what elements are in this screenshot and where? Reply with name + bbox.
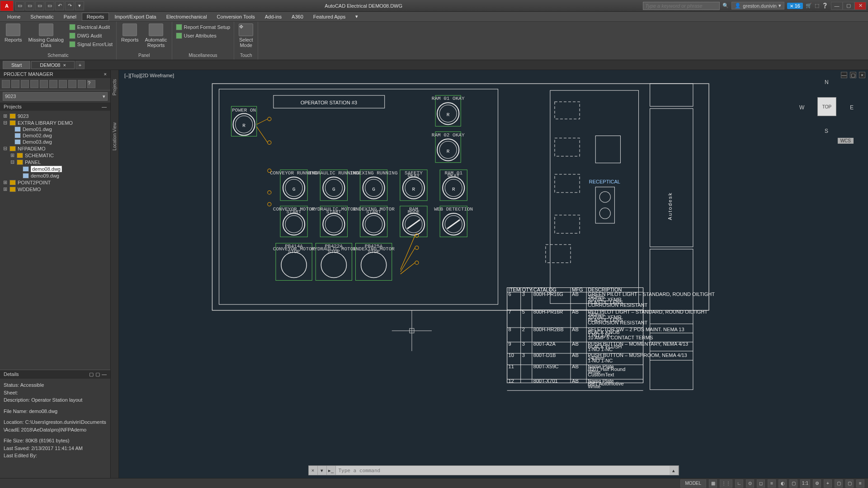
ortho-icon[interactable]: ∟ xyxy=(735,479,743,488)
tree-node[interactable]: ⊟NFPADEMO xyxy=(2,145,108,152)
ui-icon[interactable]: ▢ xyxy=(835,479,843,488)
tree-node[interactable]: Demo03.dwg xyxy=(2,139,108,145)
menu-schematic[interactable]: Schematic xyxy=(26,13,58,20)
tree-node[interactable]: demo09.dwg xyxy=(2,173,108,179)
viewcube[interactable]: N S W E TOP WCS xyxy=(799,79,854,142)
plus-icon[interactable]: + xyxy=(824,479,832,488)
cycling-icon[interactable]: ▢ xyxy=(789,479,797,488)
collapse-icon[interactable]: — xyxy=(102,104,107,109)
select-mode-button[interactable]: ✥Select Mode xyxy=(237,23,255,49)
cmd-close-icon[interactable]: × xyxy=(309,466,318,475)
projects-head: Projects xyxy=(4,104,22,109)
command-line[interactable]: × ▾ ▸_ ▴ xyxy=(308,465,679,475)
missing-catalog-button[interactable]: Missing Catalog Data xyxy=(27,23,66,49)
pm-tool[interactable] xyxy=(59,80,67,88)
grid-icon[interactable]: ▦ xyxy=(709,479,717,488)
search-icon[interactable]: 🔍 xyxy=(722,3,729,9)
pm-tool[interactable] xyxy=(30,80,38,88)
menu-conversiontools[interactable]: Conversion Tools xyxy=(212,13,259,20)
apps-icon[interactable]: ⬚ xyxy=(815,3,819,9)
menu-a[interactable]: A360 xyxy=(287,13,308,20)
dwg-audit-button[interactable]: DWG Audit xyxy=(68,32,113,39)
svg-text:CORROSION RESISTANT: CORROSION RESISTANT xyxy=(588,302,647,308)
gear-icon[interactable]: ⚙ xyxy=(813,479,821,488)
pm-tool[interactable] xyxy=(40,80,48,88)
collapse-icon[interactable]: — xyxy=(102,371,107,377)
pm-tool[interactable] xyxy=(21,80,29,88)
tree-node[interactable]: Demo01.dwg xyxy=(2,126,108,132)
menu-home[interactable]: Home xyxy=(3,13,25,20)
clean-icon[interactable]: ▢ xyxy=(845,479,854,488)
infocenter-search[interactable] xyxy=(643,2,720,10)
maximize-button[interactable]: ▢ xyxy=(843,2,854,10)
pm-project-selector[interactable]: 9023▾ xyxy=(3,92,108,101)
pm-close-icon[interactable]: × xyxy=(104,71,107,77)
tree-node[interactable]: ⊞POINT2POINT xyxy=(2,179,108,186)
transparency-icon[interactable]: ◐ xyxy=(778,479,787,488)
schematic-reports-button[interactable]: Reports xyxy=(3,23,24,43)
help-icon[interactable]: ❔ xyxy=(822,3,828,9)
menu-importexportdata[interactable]: Import/Export Data xyxy=(110,13,160,20)
menu-addins[interactable]: Add-ins xyxy=(260,13,286,20)
tree-node[interactable]: Demo02.dwg xyxy=(2,132,108,139)
svg-point-51 xyxy=(285,216,302,233)
qat-redo[interactable]: ↷ xyxy=(65,1,74,10)
scale-label[interactable]: 1:1 xyxy=(800,479,810,488)
qat-more[interactable]: ▾ xyxy=(75,1,84,10)
close-button[interactable]: ✕ xyxy=(854,2,866,10)
lineweight-icon[interactable]: ≡ xyxy=(768,479,776,488)
new-tab-button[interactable]: + xyxy=(75,61,85,69)
tree-node[interactable]: ⊞SCHEMATIC xyxy=(2,152,108,159)
qat-new[interactable]: ▭ xyxy=(15,1,24,10)
automatic-reports-button[interactable]: Automatic Reports xyxy=(143,23,169,49)
cart-icon[interactable]: 🛒 xyxy=(806,3,812,9)
qat-save[interactable]: ▭ xyxy=(35,1,44,10)
tree-node[interactable]: ⊞9023 xyxy=(2,113,108,119)
qat-undo[interactable]: ↶ xyxy=(55,1,64,10)
app-logo[interactable]: A xyxy=(0,0,14,11)
tab-start[interactable]: Start xyxy=(3,61,30,69)
minimize-button[interactable]: — xyxy=(831,2,843,10)
details-icon[interactable]: ▢ xyxy=(95,371,100,377)
details-icon[interactable]: ▢ xyxy=(89,371,94,377)
side-tab-location[interactable]: Location View xyxy=(112,122,117,150)
osnap-icon[interactable]: ◻ xyxy=(757,479,765,488)
user-attributes-button[interactable]: User Attributes xyxy=(175,32,231,39)
drawing-canvas[interactable]: OPERATOR STATION #3 POWER ON R RAM 01 OK… xyxy=(119,70,868,478)
polar-icon[interactable]: ⊙ xyxy=(746,479,754,488)
svg-text:1-NO 1-NC: 1-NO 1-NC xyxy=(588,358,613,363)
pm-tool[interactable] xyxy=(11,80,19,88)
signin-menu[interactable]: 👤greston.dunivin▾ xyxy=(731,2,784,9)
pm-tool[interactable] xyxy=(49,80,57,88)
menu-panel[interactable]: Panel xyxy=(59,13,81,20)
menu-featuredapps[interactable]: Featured Apps xyxy=(309,13,350,20)
cmd-expand-icon[interactable]: ▴ xyxy=(670,466,679,475)
electrical-audit-button[interactable]: Electrical Audit xyxy=(68,23,113,31)
pm-help-icon[interactable]: ? xyxy=(87,80,95,88)
model-tab[interactable]: MODEL xyxy=(680,479,707,488)
tree-node[interactable]: ⊟PANEL xyxy=(2,159,108,165)
pm-tool[interactable] xyxy=(78,80,86,88)
report-format-button[interactable]: Report Format Setup xyxy=(175,23,231,31)
qat-open[interactable]: ▭ xyxy=(25,1,34,10)
pm-tool[interactable] xyxy=(2,80,10,88)
tree-node[interactable]: ⊟EXTRA LIBRARY DEMO xyxy=(2,119,108,126)
customize-icon[interactable]: ≡ xyxy=(856,479,864,488)
close-tab-icon[interactable]: × xyxy=(63,62,66,68)
cmd-recent-icon[interactable]: ▾ xyxy=(318,466,327,475)
menu-overflow[interactable]: ▾ xyxy=(351,13,363,20)
snap-icon[interactable]: ⋮⋮ xyxy=(720,479,732,488)
tree-node-active[interactable]: demo08.dwg xyxy=(2,165,108,173)
qat-plot[interactable]: ▭ xyxy=(45,1,54,10)
menu-reports[interactable]: Reports xyxy=(82,13,109,21)
pm-tool[interactable] xyxy=(68,80,76,88)
tab-demo08[interactable]: DEMO08 × xyxy=(31,61,75,69)
command-input[interactable] xyxy=(336,468,670,474)
tree-node[interactable]: ⊞WDDEMO xyxy=(2,186,108,192)
signal-error-button[interactable]: Signal Error/List xyxy=(68,41,113,48)
menu-electromechanical[interactable]: Electromechanical xyxy=(162,13,212,20)
side-tab-projects[interactable]: Projects xyxy=(112,79,117,95)
panel-reports-button[interactable]: Reports xyxy=(119,23,141,43)
wcs-selector[interactable]: WCS xyxy=(838,138,854,144)
notification-badge[interactable]: ✕ 16 xyxy=(787,3,803,9)
